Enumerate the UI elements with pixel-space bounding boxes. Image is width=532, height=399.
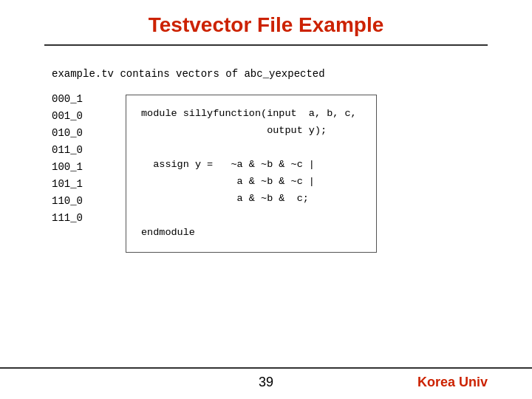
list-item: 111_0 [52,211,111,226]
code-line: assign y = ~a & ~b & ~c | [141,157,361,174]
list-item: 011_0 [52,143,111,158]
code-line: a & ~b & c; [141,191,361,208]
code-line [141,140,361,157]
list-item: 000_1 [52,92,111,107]
code-line: output y); [141,123,361,140]
header: Testvector File Example [0,0,532,53]
code-line [141,208,361,225]
footer: 39 Korea Univ [0,367,532,399]
page-number: 39 [192,375,340,390]
title-divider [44,44,488,46]
list-item: 110_0 [52,194,111,209]
code-line: endmodule [141,225,361,242]
list-item: 101_1 [52,177,111,192]
university-name: Korea Univ [340,375,488,390]
vectors-layout: 000_1001_0010_0011_0100_1101_1110_0111_0… [52,92,488,253]
page-title: Testvector File Example [44,13,488,44]
list-item: 100_1 [52,160,111,175]
code-line: a & ~b & ~c | [141,174,361,191]
vector-list: 000_1001_0010_0011_0100_1101_1110_0111_0 [52,92,111,253]
list-item: 010_0 [52,126,111,141]
list-item: 001_0 [52,109,111,124]
page-container: Testvector File Example example.tv conta… [0,0,532,399]
code-line: module sillyfunction(input a, b, c, [141,106,361,123]
main-content: example.tv contains vectors of abc_yexpe… [0,53,532,367]
intro-line: example.tv contains vectors of abc_yexpe… [52,68,488,80]
code-box: module sillyfunction(input a, b, c, outp… [126,95,377,253]
